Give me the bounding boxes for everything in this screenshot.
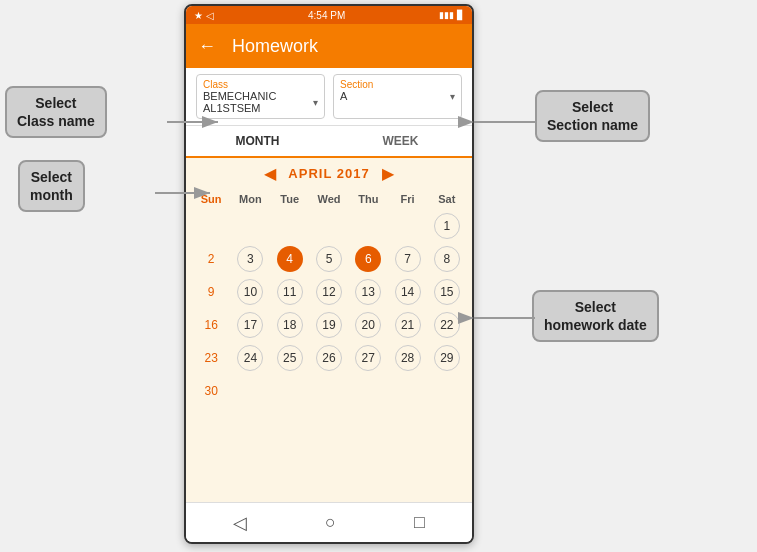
calendar-day (349, 210, 387, 242)
title-bar: ← Homework (186, 24, 472, 68)
calendar-day[interactable]: 29 (428, 342, 466, 374)
calendar-day[interactable]: 9 (192, 276, 230, 308)
day-header-wed: Wed (310, 189, 348, 209)
calendar-day[interactable]: 2 (192, 243, 230, 275)
calendar-day[interactable]: 7 (388, 243, 426, 275)
tab-week[interactable]: WEEK (329, 126, 472, 156)
calendar-day (231, 375, 269, 407)
status-bar: ★ ◁ 4:54 PM ▮▮▮ ▊ (186, 6, 472, 24)
calendar-day[interactable]: 15 (428, 276, 466, 308)
page-title: Homework (232, 36, 318, 57)
section-label: Section (340, 79, 455, 90)
calendar-day[interactable]: 12 (310, 276, 348, 308)
calendar-day (231, 210, 269, 242)
day-header-mon: Mon (231, 189, 269, 209)
annotation-homework: Selecthomework date (532, 290, 659, 342)
calendar-day[interactable]: 22 (428, 309, 466, 341)
calendar-day[interactable]: 25 (271, 342, 309, 374)
calendar-day (388, 375, 426, 407)
day-header-fri: Fri (388, 189, 426, 209)
class-section-bar: Class BEMECHANICAL1STSEM ▾ Section A ▾ (186, 68, 472, 126)
phone-frame: ★ ◁ 4:54 PM ▮▮▮ ▊ ← Homework Class BEMEC… (184, 4, 474, 544)
calendar-day[interactable]: 24 (231, 342, 269, 374)
calendar-day (428, 375, 466, 407)
home-nav-button[interactable]: ○ (325, 512, 336, 533)
class-dropdown[interactable]: Class BEMECHANICAL1STSEM ▾ (196, 74, 325, 119)
battery-icon: ▮▮▮ ▊ (439, 10, 464, 20)
day-header-thu: Thu (349, 189, 387, 209)
annotation-section: SelectSection name (535, 90, 650, 142)
calendar-day[interactable]: 5 (310, 243, 348, 275)
class-arrow: ▾ (313, 97, 318, 108)
view-tabs: MONTH WEEK (186, 126, 472, 158)
calendar-day (310, 375, 348, 407)
calendar-day (192, 210, 230, 242)
calendar-day[interactable]: 26 (310, 342, 348, 374)
month-navigation: ◀ APRIL 2017 ▶ (186, 158, 472, 189)
section-dropdown[interactable]: Section A ▾ (333, 74, 462, 119)
next-month-button[interactable]: ▶ (382, 164, 394, 183)
calendar-day (310, 210, 348, 242)
calendar-day (349, 375, 387, 407)
calendar-day[interactable]: 28 (388, 342, 426, 374)
calendar-day[interactable]: 4 (271, 243, 309, 275)
calendar-day[interactable]: 18 (271, 309, 309, 341)
back-button[interactable]: ← (198, 36, 216, 57)
prev-month-button[interactable]: ◀ (264, 164, 276, 183)
day-header-sun: Sun (192, 189, 230, 209)
calendar-day[interactable]: 3 (231, 243, 269, 275)
section-value: A ▾ (340, 90, 455, 102)
calendar-day[interactable]: 10 (231, 276, 269, 308)
section-text: A (340, 90, 347, 102)
month-label: APRIL 2017 (288, 166, 369, 181)
calendar-area: ◀ APRIL 2017 ▶ Sun Mon Tue Wed Thu Fri S… (186, 158, 472, 502)
calendar-day[interactable]: 27 (349, 342, 387, 374)
class-value: BEMECHANICAL1STSEM ▾ (203, 90, 318, 114)
calendar-day[interactable]: 17 (231, 309, 269, 341)
calendar-day (271, 375, 309, 407)
status-icons: ▮▮▮ ▊ (439, 10, 464, 20)
calendar-day (388, 210, 426, 242)
calendar-grid: Sun Mon Tue Wed Thu Fri Sat 123456789101… (186, 189, 472, 407)
calendar-day[interactable]: 1 (428, 210, 466, 242)
calendar-day[interactable]: 19 (310, 309, 348, 341)
calendar-day[interactable]: 11 (271, 276, 309, 308)
calendar-day[interactable]: 6 (349, 243, 387, 275)
status-left: ★ ◁ (194, 10, 214, 21)
annotation-month: Selectmonth (18, 160, 85, 212)
day-header-sat: Sat (428, 189, 466, 209)
calendar-day[interactable]: 23 (192, 342, 230, 374)
day-header-tue: Tue (271, 189, 309, 209)
section-arrow: ▾ (450, 91, 455, 102)
calendar-day[interactable]: 21 (388, 309, 426, 341)
class-label: Class (203, 79, 318, 90)
calendar-day[interactable]: 16 (192, 309, 230, 341)
calendar-day[interactable]: 30 (192, 375, 230, 407)
scene: ★ ◁ 4:54 PM ▮▮▮ ▊ ← Homework Class BEMEC… (0, 0, 757, 552)
bottom-nav: ◁ ○ □ (186, 502, 472, 542)
recents-nav-button[interactable]: □ (414, 512, 425, 533)
status-time: 4:54 PM (308, 10, 345, 21)
tab-month[interactable]: MONTH (186, 126, 329, 158)
annotation-class: SelectClass name (5, 86, 107, 138)
class-text: BEMECHANICAL1STSEM (203, 90, 276, 114)
calendar-day[interactable]: 20 (349, 309, 387, 341)
calendar-day[interactable]: 13 (349, 276, 387, 308)
calendar-day (271, 210, 309, 242)
calendar-day[interactable]: 8 (428, 243, 466, 275)
back-nav-button[interactable]: ◁ (233, 512, 247, 534)
calendar-day[interactable]: 14 (388, 276, 426, 308)
